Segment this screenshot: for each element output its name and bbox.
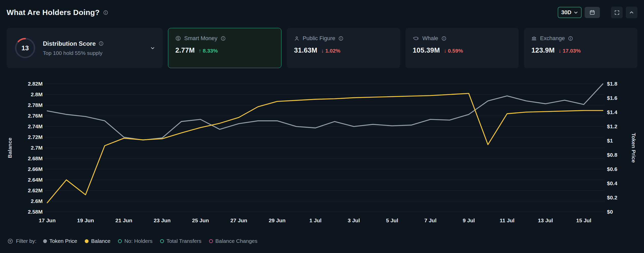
stat-value: 31.63M: [294, 46, 317, 54]
stat-card-smart-money[interactable]: Smart Money2.77M↑ 8.33%: [168, 28, 281, 68]
holders-chart[interactable]: 2.58M2.6M2.62M2.64M2.66M2.68M2.7M2.72M2.…: [7, 79, 637, 226]
left-axis-tick: 2.72M: [28, 134, 43, 140]
filter-label: Filter by:: [16, 238, 37, 244]
legend-token-price[interactable]: Token Price: [43, 238, 77, 244]
stat-title: Exchange: [540, 35, 565, 42]
stat-change: ↓ 17.03%: [558, 48, 581, 54]
whale-icon: [413, 36, 419, 41]
right-axis-tick: $1.6: [607, 95, 617, 101]
left-axis-tick: 2.8M: [31, 91, 43, 97]
distribution-score-value: 13: [14, 37, 36, 59]
legend-label: Total Transfers: [166, 238, 201, 244]
x-axis-tick: 29 Jun: [269, 217, 286, 223]
x-axis-tick: 23 Jun: [154, 217, 171, 223]
timeframe-dropdown[interactable]: 30D: [558, 7, 582, 18]
right-axis-tick: $1.2: [607, 123, 617, 129]
stats-row: 13 Distribution Score Top 100 hold 55% s…: [7, 28, 637, 68]
legend-label: No: Holders: [124, 238, 152, 244]
stat-title: Whale: [422, 35, 438, 42]
legend-no-holders[interactable]: No: Holders: [118, 238, 152, 244]
legend-items: Token PriceBalanceNo: HoldersTotal Trans…: [43, 238, 258, 244]
x-axis-tick: 9 Jul: [463, 217, 475, 223]
calendar-button[interactable]: [585, 7, 600, 18]
chevron-down-icon: [574, 10, 578, 15]
right-axis-tick: $1: [607, 138, 613, 144]
fullscreen-icon: [614, 10, 620, 15]
legend-label: Balance Changes: [215, 238, 258, 244]
filter-icon: [8, 239, 13, 244]
legend-bar: Filter by: Token PriceBalanceNo: Holders…: [8, 235, 637, 247]
left-axis-tick: 2.68M: [28, 155, 43, 161]
x-axis-tick: 3 Jul: [348, 217, 360, 223]
header: What Are Holders Doing? 30D: [7, 6, 637, 19]
right-axis-tick: $1.8: [607, 81, 617, 87]
right-axis-tick: $0.8: [607, 152, 617, 158]
legend-balance[interactable]: Balance: [85, 238, 110, 244]
info-icon[interactable]: [103, 10, 108, 15]
right-axis-tick: $0.2: [607, 195, 617, 200]
stat-value: 2.77M: [175, 46, 195, 54]
chevron-down-icon[interactable]: [150, 46, 155, 50]
stat-card-public-figure[interactable]: Public Figure31.63M↓ 1.02%: [287, 28, 400, 68]
stat-change: ↓ 1.02%: [321, 48, 341, 54]
calendar-icon: [589, 10, 595, 15]
distribution-score-card[interactable]: 13 Distribution Score Top 100 hold 55% s…: [7, 28, 163, 68]
left-axis-tick: 2.74M: [28, 123, 43, 129]
left-axis-tick: 2.62M: [28, 187, 43, 193]
stat-change: ↑ 8.33%: [199, 48, 218, 54]
left-axis-tick: 2.82M: [28, 81, 43, 87]
right-axis-tick: $0: [607, 209, 613, 215]
info-icon[interactable]: [99, 41, 104, 46]
distribution-subtitle: Top 100 hold 55% supply: [43, 50, 143, 56]
stat-value: 105.39M: [413, 46, 440, 54]
left-axis-tick: 2.64M: [28, 177, 43, 183]
x-axis-tick: 7 Jul: [424, 217, 436, 223]
x-axis-tick: 25 Jun: [192, 217, 209, 223]
stat-value: 123.9M: [531, 46, 555, 54]
balance-price-chart[interactable]: 2.58M2.6M2.62M2.64M2.66M2.68M2.7M2.72M2.…: [7, 79, 637, 225]
legend-balance-changes[interactable]: Balance Changes: [209, 238, 258, 244]
legend-marker: [85, 239, 89, 243]
stat-card-whale[interactable]: Whale105.39M↓ 0.59%: [405, 28, 519, 68]
legend-marker: [118, 239, 122, 243]
left-axis-tick: 2.6M: [31, 198, 43, 204]
info-icon[interactable]: [568, 36, 573, 41]
balance-line[interactable]: [47, 93, 603, 203]
stat-title: Smart Money: [184, 35, 217, 42]
title-group: What Are Holders Doing?: [7, 8, 108, 17]
info-icon[interactable]: [221, 36, 226, 41]
page-title: What Are Holders Doing?: [7, 8, 100, 17]
x-axis-tick: 1 Jul: [309, 217, 321, 223]
bank-icon: [531, 36, 537, 41]
left-axis-tick: 2.58M: [28, 209, 43, 215]
token-price-line[interactable]: [47, 84, 603, 140]
left-axis-tick: 2.76M: [28, 113, 43, 119]
left-axis-title: Balance: [7, 138, 13, 158]
x-axis-tick: 19 Jun: [77, 217, 94, 223]
legend-marker: [209, 239, 213, 243]
distribution-text: Distribution Score Top 100 hold 55% supp…: [43, 40, 143, 56]
left-axis-tick: 2.7M: [31, 145, 43, 151]
x-axis-tick: 5 Jul: [386, 217, 398, 223]
info-icon[interactable]: [442, 36, 446, 41]
stat-card-exchange[interactable]: Exchange123.9M↓ 17.03%: [524, 28, 637, 68]
stat-title: Public Figure: [303, 35, 335, 42]
collapse-button[interactable]: [626, 7, 637, 18]
x-axis-tick: 13 Jul: [538, 217, 553, 223]
holders-analytics-panel: What Are Holders Doing? 30D: [0, 6, 644, 253]
info-icon[interactable]: [338, 36, 343, 41]
stat-change: ↓ 0.59%: [444, 48, 463, 54]
person-icon: [294, 36, 299, 41]
x-axis-tick: 27 Jun: [230, 217, 247, 223]
fullscreen-button[interactable]: [611, 7, 623, 18]
distribution-gauge: 13: [14, 37, 36, 59]
x-axis-tick: 15 Jul: [576, 217, 591, 223]
legend-total-transfers[interactable]: Total Transfers: [160, 238, 201, 244]
right-axis-tick: $1.4: [607, 109, 617, 115]
legend-marker: [160, 239, 164, 243]
chevron-up-icon: [629, 10, 634, 15]
x-axis-tick: 11 Jul: [500, 217, 514, 223]
legend-marker: [43, 239, 47, 243]
left-axis-tick: 2.78M: [28, 102, 43, 108]
legend-label: Balance: [91, 238, 110, 244]
